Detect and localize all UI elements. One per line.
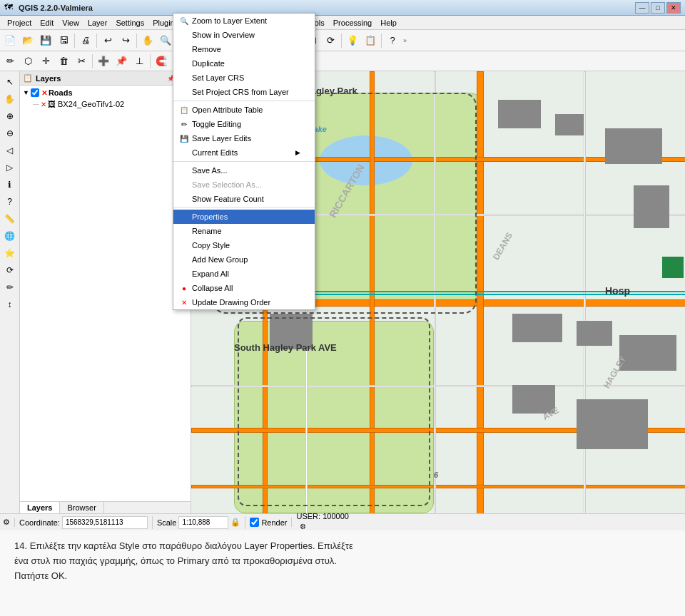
ctx-copy-style-label: Copy Style — [192, 241, 230, 250]
ctx-save-as[interactable]: Save As... — [173, 163, 315, 178]
tab-layers[interactable]: Layers — [20, 502, 60, 513]
building5 — [512, 314, 562, 342]
menu-view[interactable]: View — [58, 17, 83, 29]
digitize-btn[interactable]: 📌 — [113, 53, 130, 70]
separator-3 — [136, 34, 137, 48]
ctx-rename[interactable]: Rename — [173, 224, 315, 238]
split-btn[interactable]: ⊥ — [131, 53, 148, 70]
ctx-set-layer-crs-label: Set Layer CRS — [192, 73, 244, 82]
zoom-prev-tool[interactable]: ◁ — [2, 143, 18, 158]
ctx-sep-1 — [173, 101, 315, 101]
ctx-open-attr-label: Open Attribute Table — [192, 106, 263, 114]
ctx-show-feature-count-label: Show Feature Count — [192, 195, 264, 203]
layers-btn[interactable]: 📋 — [362, 32, 379, 49]
window-title: QGIS 2.2.0-Valmiera — [19, 4, 635, 12]
arrow-tool[interactable]: ↕ — [2, 297, 18, 312]
pan-tool[interactable]: ✋ — [2, 91, 18, 107]
ctx-add-new-group[interactable]: Add New Group — [173, 252, 315, 267]
pan-btn[interactable]: ✋ — [139, 32, 156, 49]
layer-group-checkbox[interactable] — [31, 88, 39, 97]
label-number: 6 — [434, 471, 438, 479]
save-btn[interactable]: 💾 — [37, 32, 54, 49]
rename-icon — [179, 226, 189, 236]
undo-btn[interactable]: ↩ — [99, 32, 116, 49]
update-drawing-order-icon: ✕ — [179, 297, 189, 307]
building3 — [605, 128, 662, 164]
ctx-expand-all[interactable]: Expand All — [173, 267, 315, 281]
map-tips-btn[interactable]: 💡 — [344, 32, 361, 49]
ctx-current-edits[interactable]: Current Edits ▶ — [173, 145, 315, 160]
help-btn[interactable]: ? — [384, 32, 401, 49]
ctx-toggle-editing[interactable]: ✏ Toggle Editing — [173, 117, 315, 131]
bookmark-tool[interactable]: ⭐ — [2, 245, 18, 261]
edit-tool[interactable]: ✏ — [2, 279, 18, 295]
cut-btn[interactable]: ✂ — [73, 53, 90, 70]
move-btn[interactable]: ✛ — [37, 53, 54, 70]
zoom-out-tool[interactable]: ⊖ — [2, 125, 18, 141]
node-btn[interactable]: ⬡ — [19, 53, 36, 70]
set-project-crs-icon — [179, 87, 189, 97]
pencil-btn[interactable]: ✏ — [1, 53, 19, 70]
close-button[interactable]: ✕ — [666, 2, 681, 14]
select-tool[interactable]: ↖ — [2, 74, 18, 90]
ctx-rename-label: Rename — [192, 227, 222, 235]
layer-group-roads[interactable]: ▼ ✕ Roads — [21, 87, 189, 98]
zoom-in-btn[interactable]: 🔍 — [157, 32, 174, 49]
menu-help[interactable]: Help — [376, 17, 401, 29]
menu-layer[interactable]: Layer — [83, 17, 112, 29]
status-ready-icon: ⚙ — [3, 518, 10, 527]
zoom-next-tool[interactable]: ▷ — [2, 160, 18, 175]
open-btn[interactable]: 📂 — [19, 32, 36, 49]
scale-input[interactable] — [178, 516, 228, 529]
ctx-collapse-all[interactable]: ● Collapse All — [173, 281, 315, 295]
menu-processing[interactable]: Processing — [329, 17, 376, 29]
scale-item: Scale 🔒 — [157, 516, 246, 529]
ctx-set-project-crs-label: Set Project CRS from Layer — [192, 88, 289, 96]
new-project-btn[interactable]: 📄 — [1, 32, 19, 49]
render-checkbox[interactable] — [250, 518, 259, 527]
globe-tool[interactable]: 🌐 — [2, 228, 18, 244]
left-panel: ↖ ✋ ⊕ ⊖ ◁ ▷ ℹ ? 📏 🌐 ⭐ ⟳ ✏ ↕ — [0, 71, 20, 513]
save-selection-icon — [179, 180, 189, 190]
expand-icon: ▼ — [23, 89, 29, 96]
menu-edit[interactable]: Edit — [36, 17, 58, 29]
print-btn[interactable]: 🖨 — [77, 32, 94, 49]
identify-tool[interactable]: ℹ — [2, 177, 18, 192]
menu-project[interactable]: Project — [3, 17, 36, 29]
building1 — [498, 100, 541, 128]
ctx-update-drawing-order[interactable]: ✕ Update Drawing Order — [173, 295, 315, 309]
status-bar: ⚙ Coordinate: Scale 🔒 Render USER: 10000… — [0, 513, 685, 530]
ctx-set-project-crs[interactable]: Set Project CRS from Layer — [173, 85, 315, 99]
collapse-all-icon: ● — [179, 283, 189, 293]
ctx-set-layer-crs[interactable]: Set Layer CRS — [173, 71, 315, 85]
ctx-show-feature-count[interactable]: Show Feature Count — [173, 192, 315, 206]
coordinate-input[interactable] — [62, 516, 148, 529]
minimize-button[interactable]: — — [635, 2, 649, 14]
tab-browser[interactable]: Browser — [60, 502, 103, 513]
layer-item-bx24[interactable]: — ✕ 🖼 BX24_GeoTifv1-02 — [21, 98, 189, 110]
ctx-sep-3 — [173, 207, 315, 208]
ctx-toggle-editing-label: Toggle Editing — [192, 120, 241, 128]
label-deans: DEANS — [491, 231, 514, 262]
snap-btn[interactable]: 🧲 — [153, 53, 170, 70]
query-tool[interactable]: ? — [2, 194, 18, 210]
add-feature-btn[interactable]: ➕ — [95, 53, 112, 70]
ctx-save-layer-edits[interactable]: 💾 Save Layer Edits — [173, 131, 315, 145]
zoom-in-tool[interactable]: ⊕ — [2, 108, 18, 124]
ctx-expand-all-label: Expand All — [192, 270, 229, 278]
separator-8 — [150, 54, 151, 68]
redo-btn[interactable]: ↪ — [117, 32, 134, 49]
ctx-properties[interactable]: Properties — [173, 210, 315, 224]
measure-tool[interactable]: 📏 — [2, 211, 18, 227]
current-edits-arrow: ▶ — [295, 149, 300, 156]
save-as-btn[interactable]: 🖫 — [55, 32, 72, 49]
ctx-open-attr[interactable]: 📋 Open Attribute Table — [173, 103, 315, 117]
ctx-copy-style[interactable]: Copy Style — [173, 238, 315, 252]
refresh-btn[interactable]: ⟳ — [322, 32, 339, 49]
maximize-button[interactable]: □ — [651, 2, 665, 14]
delete-btn[interactable]: 🗑 — [55, 53, 72, 70]
refresh-tool[interactable]: ⟳ — [2, 262, 18, 278]
ctx-current-edits-label: Current Edits — [192, 148, 238, 157]
building9 — [577, 399, 648, 449]
menu-settings[interactable]: Settings — [111, 17, 148, 29]
